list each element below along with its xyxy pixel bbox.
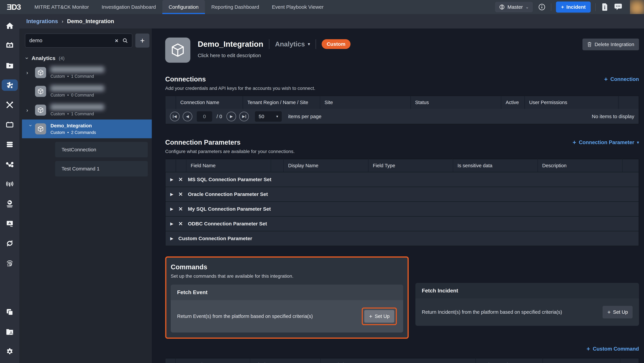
column-header (618, 96, 639, 109)
divider (595, 3, 596, 11)
database-icon[interactable] (2, 139, 18, 150)
connections-title: Connections (165, 75, 206, 83)
parameter-set-label: Custom Connection Parameter (178, 236, 252, 241)
parameter-set-row[interactable]: ▶ ✕ Custom Connection Parameter (165, 231, 639, 246)
column-header: Description (538, 159, 622, 172)
connection-parameters-table: Field NameDisplay NameField TypeIs sensi… (165, 159, 639, 246)
search-input[interactable] (29, 37, 111, 43)
share-nodes-icon[interactable] (2, 159, 18, 170)
expand-chevron-icon[interactable]: ▶ (170, 221, 173, 226)
fetch-incident-setup-button[interactable]: + Set Up (602, 306, 632, 319)
integration-item[interactable]: › Custom•0 Command (25, 82, 150, 101)
settings-gear-icon[interactable] (2, 346, 18, 357)
add-custom-command-link[interactable]: + Custom Command (586, 346, 639, 353)
parameter-set-row[interactable]: ▶ ✕ My SQL Connection Parameter Set (165, 202, 639, 216)
release-notes-icon[interactable] (600, 3, 609, 11)
remove-parameter-icon[interactable]: ✕ (178, 221, 183, 227)
integration-name: Demo_Integration (50, 123, 96, 129)
column-header (165, 96, 176, 109)
integration-item[interactable]: › Custom•1 Command (25, 63, 150, 82)
nav-item[interactable]: MITRE ATT&CK Monitor (28, 0, 95, 14)
video-library-icon[interactable] (2, 60, 18, 71)
next-page-button[interactable]: ▶ (226, 112, 236, 121)
d3-logo[interactable]: ƎD3 (0, 0, 28, 14)
command-item[interactable]: Test Command 1 (55, 161, 148, 176)
edit-description[interactable]: Click here to edit description (198, 53, 350, 58)
command-item[interactable]: TestConnection (55, 142, 148, 157)
page-number-input[interactable] (197, 111, 212, 122)
integration-item[interactable]: › Custom•1 Command (25, 101, 150, 119)
tree-group-analytics[interactable]: › Analytics (4) (26, 55, 150, 61)
nav-item[interactable]: Event Playbook Viewer (266, 0, 330, 14)
column-header: Tenant Region / Name / Site (243, 96, 320, 109)
info-icon[interactable] (538, 3, 546, 11)
site-selector[interactable]: Master ⌄ (495, 2, 533, 12)
breadcrumb-separator: › (62, 18, 64, 24)
expand-chevron-icon[interactable]: › (26, 107, 35, 113)
tools-icon[interactable] (2, 99, 18, 111)
plus-icon: + (561, 4, 564, 10)
user-avatar[interactable] (630, 0, 644, 14)
category-dropdown[interactable]: Analytics ▾ (275, 40, 310, 48)
connections-header-row: Connection NameTenant Region / Name / Si… (165, 96, 639, 109)
fetch-event-setup-button[interactable]: + Set Up (364, 310, 394, 323)
add-integration-button[interactable]: + (135, 33, 150, 48)
fingerprint-icon[interactable] (2, 257, 18, 269)
top-bar: ƎD3 MITRE ATT&CK MonitorInvestigation Da… (0, 0, 644, 14)
column-header: Field Type (368, 159, 453, 172)
integration-item[interactable]: › Demo_Integration Custom•2 Commands (22, 119, 152, 138)
expand-chevron-icon[interactable]: ▶ (170, 207, 173, 211)
clear-search-icon[interactable]: × (115, 37, 118, 44)
expand-chevron-icon[interactable]: › (26, 69, 35, 76)
parameter-set-row[interactable]: ▶ ✕ ODBC Connection Parameter Set (165, 216, 639, 231)
commands-table: Command NameDisplay NameDescriptionImple… (165, 358, 639, 363)
expand-chevron-icon[interactable]: ▶ (170, 192, 173, 197)
expand-chevron-icon[interactable]: ▶ (170, 236, 173, 241)
globe-icon (499, 4, 505, 10)
commands-header-row: Command NameDisplay NameDescriptionImple… (165, 358, 639, 363)
expand-chevron-icon[interactable]: ▶ (170, 177, 173, 182)
parameter-set-row[interactable]: ▶ ✕ MS SQL Connection Parameter Set (165, 172, 639, 187)
web-globe-icon[interactable] (2, 198, 18, 210)
parameter-set-label: MS SQL Connection Parameter Set (188, 177, 271, 182)
site-selector-label: Master (508, 4, 523, 10)
new-incident-button[interactable]: + Incident (556, 1, 591, 12)
home-icon[interactable] (2, 20, 18, 31)
broadcast-icon[interactable] (2, 178, 18, 190)
fetch-event-title: Fetch Event (171, 285, 403, 300)
column-header: Is sensitive data (453, 159, 538, 172)
icon-rail (0, 14, 19, 363)
parameter-set-row[interactable]: ▶ ✕ Oracle Connection Parameter Set (165, 187, 639, 202)
delete-integration-button[interactable]: Delete Integration (582, 38, 639, 50)
expand-chevron-icon[interactable]: › (28, 124, 34, 133)
prev-page-button[interactable]: ◀ (183, 112, 192, 121)
first-page-button[interactable]: ◀ (170, 112, 180, 121)
add-connection-link[interactable]: + Connection (604, 76, 639, 83)
nav-item[interactable]: Configuration (162, 0, 205, 14)
add-connection-parameter-link[interactable]: + Connection Parameter ▾ (572, 139, 639, 146)
remove-parameter-icon[interactable]: ✕ (178, 176, 183, 183)
user-folder-icon[interactable] (2, 326, 18, 338)
report-alert-icon[interactable] (2, 218, 18, 229)
parameter-set-label: My SQL Connection Parameter Set (188, 206, 271, 212)
playbook-monitor-icon[interactable] (2, 40, 18, 51)
integration-commands-list: TestConnectionTest Command 1 (25, 142, 150, 176)
schedule-board-icon[interactable] (2, 119, 18, 130)
remove-parameter-icon[interactable]: ✕ (178, 191, 183, 197)
remove-parameter-icon[interactable]: ✕ (178, 206, 183, 212)
page-size-select[interactable]: 50 ▾ (255, 111, 282, 122)
chat-icon[interactable] (614, 3, 622, 11)
integration-cube-icon (35, 67, 46, 78)
nav-item[interactable]: Investigation Dashboard (95, 0, 162, 14)
copy-pages-icon[interactable] (2, 306, 18, 318)
nav-item[interactable]: Reporting Dashboard (205, 0, 266, 14)
chevron-down-icon: ▾ (308, 42, 310, 46)
integration-cube-icon (165, 37, 190, 63)
sync-icon[interactable] (2, 238, 18, 249)
integration-meta: Custom•1 Command (50, 74, 104, 79)
search-icon[interactable] (122, 38, 128, 43)
last-page-button[interactable]: ▶ (239, 112, 249, 121)
integrations-puzzle-icon[interactable] (2, 79, 18, 91)
column-header: Status (410, 96, 501, 109)
breadcrumb-integrations[interactable]: Integrations (26, 18, 58, 24)
